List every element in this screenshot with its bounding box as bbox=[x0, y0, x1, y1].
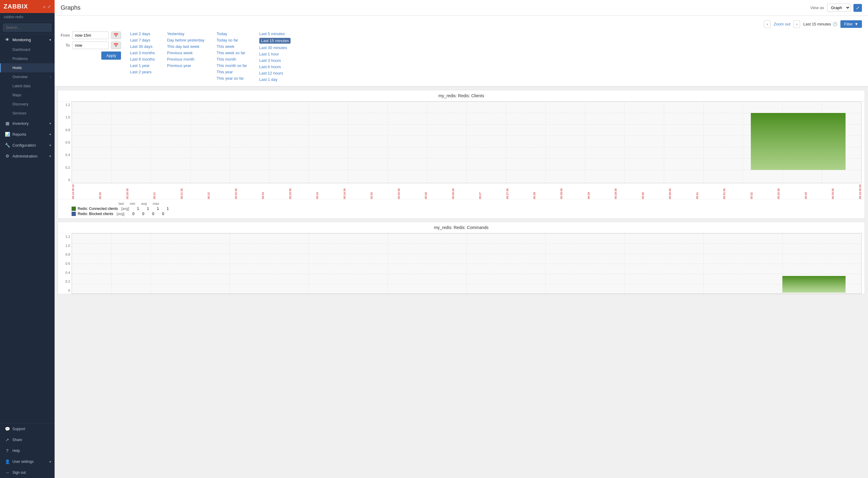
latest-data-label: Latest data bbox=[12, 84, 30, 88]
sidebar-item-share[interactable]: ↗ Share bbox=[0, 434, 55, 445]
quick-link-last30days[interactable]: Last 30 days bbox=[130, 44, 155, 49]
quick-link-previous-month[interactable]: Previous month bbox=[167, 57, 205, 62]
view-as-select[interactable]: Graph Values bbox=[827, 4, 850, 12]
quick-link-this-month-so-far[interactable]: This month so far bbox=[217, 63, 247, 68]
sidebar-item-overview[interactable]: Overview › bbox=[0, 72, 55, 81]
quick-links-col-4: Last 5 minutes Last 15 minutes Last 30 m… bbox=[259, 32, 291, 82]
quick-link-day-before-yesterday[interactable]: Day before yesterday bbox=[167, 38, 205, 42]
sidebar-item-hosts[interactable]: Hosts bbox=[0, 63, 55, 72]
quick-link-last12hours[interactable]: Last 12 hours bbox=[259, 71, 291, 75]
quick-link-last15min[interactable]: Last 15 minutes bbox=[259, 38, 291, 44]
x-label: 00:26:30 bbox=[452, 184, 455, 199]
sidebar-item-monitoring[interactable]: 👁 Monitoring ▾ bbox=[0, 34, 55, 45]
quick-link-last7days[interactable]: Last 7 days bbox=[130, 38, 155, 42]
quick-link-this-year-so-far[interactable]: This year so far bbox=[217, 76, 247, 80]
time-prev-button[interactable]: ‹ bbox=[764, 20, 771, 28]
x-label: 00:32 bbox=[750, 184, 753, 199]
sidebar-item-reports[interactable]: 📊 Reports ▾ bbox=[0, 129, 55, 140]
filter-button[interactable]: Filter ▼ bbox=[840, 20, 862, 28]
sidebar-item-problems[interactable]: Problems bbox=[0, 54, 55, 63]
quick-link-previous-year[interactable]: Previous year bbox=[167, 63, 205, 68]
time-next-button[interactable]: › bbox=[794, 20, 800, 28]
sidebar-item-sign-out[interactable]: → Sign out bbox=[0, 467, 55, 478]
quick-link-previous-week[interactable]: Previous week bbox=[167, 50, 205, 55]
quick-link-last6hours[interactable]: Last 6 hours bbox=[259, 65, 291, 69]
sidebar-item-latest-data[interactable]: Latest data bbox=[0, 81, 55, 91]
from-input[interactable] bbox=[72, 32, 108, 39]
quick-link-this-year[interactable]: This year bbox=[217, 70, 247, 74]
administration-arrow-icon: ▾ bbox=[50, 155, 51, 158]
quick-link-last30min[interactable]: Last 30 minutes bbox=[259, 45, 291, 50]
quick-link-last5min[interactable]: Last 5 minutes bbox=[259, 32, 291, 36]
chart-redis-clients: my_redis: Redis: Clients 0 0.2 0.4 0.6 0… bbox=[58, 90, 865, 219]
quick-link-last3hours[interactable]: Last 3 hours bbox=[259, 58, 291, 63]
last-period-text: Last 15 minutes bbox=[803, 22, 831, 26]
monitoring-icon: 👁 bbox=[5, 37, 10, 42]
legend-max-connected: 1 bbox=[167, 207, 169, 211]
to-input[interactable] bbox=[72, 41, 108, 49]
quick-link-last1hour[interactable]: Last 1 hour bbox=[259, 52, 291, 56]
y-label-10: 1.0 bbox=[61, 115, 70, 119]
sidebar-item-inventory[interactable]: ▦ Inventory ▾ bbox=[0, 118, 55, 129]
sidebar-item-user-settings[interactable]: 👤 User settings ▾ bbox=[0, 456, 55, 467]
quick-link-last3months[interactable]: Last 3 months bbox=[130, 50, 155, 55]
quick-link-this-day-last-week[interactable]: This day last week bbox=[167, 44, 205, 49]
y2-label-06: 0.6 bbox=[61, 262, 70, 265]
sidebar-item-support[interactable]: 💬 Support bbox=[0, 423, 55, 434]
x-label: 00:30 bbox=[642, 184, 645, 199]
quick-link-this-month[interactable]: This month bbox=[217, 57, 247, 62]
x-label: 00:27 bbox=[478, 184, 482, 199]
sidebar-item-administration[interactable]: ⚙ Administration ▾ bbox=[0, 150, 55, 162]
quick-link-last1day[interactable]: Last 1 day bbox=[259, 77, 291, 82]
quick-link-today-so-far[interactable]: Today so far bbox=[217, 38, 247, 42]
y-label-02: 0.2 bbox=[61, 166, 70, 169]
sidebar: ZABBIX « ⤢ zabbix-redis 👁 Monitoring ▾ D… bbox=[0, 0, 55, 478]
topbar-right: View as Graph Values ⤢ bbox=[810, 4, 862, 12]
last-period-display: Last 15 minutes 🕐 bbox=[803, 22, 837, 26]
search-input[interactable] bbox=[3, 24, 52, 32]
chart-svg-commands bbox=[71, 233, 862, 294]
sidebar-item-monitoring-label: Monitoring bbox=[12, 38, 31, 42]
filter-icon: ▼ bbox=[854, 22, 858, 26]
administration-label: Administration bbox=[12, 154, 37, 159]
monitoring-arrow-icon: ▾ bbox=[50, 38, 51, 41]
configuration-icon: 🔧 bbox=[5, 143, 10, 147]
legend-color-blocked bbox=[71, 212, 76, 216]
sidebar-item-discovery[interactable]: Discovery bbox=[0, 100, 55, 109]
x-label: 00:30:30 bbox=[669, 184, 672, 199]
sidebar-item-configuration[interactable]: 🔧 Configuration ▾ bbox=[0, 140, 55, 150]
quick-links-section: Last 2 days Last 7 days Last 30 days Las… bbox=[130, 32, 862, 82]
reports-icon: 📊 bbox=[5, 132, 10, 137]
quick-link-today[interactable]: Today bbox=[217, 32, 247, 36]
quick-link-this-week[interactable]: This week bbox=[217, 44, 247, 49]
quick-link-last2days[interactable]: Last 2 days bbox=[130, 32, 155, 36]
sidebar-item-services[interactable]: Services bbox=[0, 109, 55, 118]
quick-links-col-1: Last 2 days Last 7 days Last 30 days Las… bbox=[130, 32, 155, 82]
quick-link-last1year[interactable]: Last 1 year bbox=[130, 63, 155, 68]
quick-link-this-week-so-far[interactable]: This week so far bbox=[217, 50, 247, 55]
inventory-icon: ▦ bbox=[5, 121, 10, 126]
apply-button[interactable]: Apply bbox=[101, 52, 121, 60]
quick-link-yesterday[interactable]: Yesterday bbox=[167, 32, 205, 36]
quick-link-last2years[interactable]: Last 2 years bbox=[130, 70, 155, 74]
y-label-0: 0 bbox=[61, 178, 70, 182]
topbar: Graphs View as Graph Values ⤢ bbox=[55, 0, 868, 16]
chart-redis-clients-title: my_redis: Redis: Clients bbox=[58, 90, 865, 101]
quick-links-col-3: Today Today so far This week This week s… bbox=[217, 32, 247, 82]
sidebar-item-help[interactable]: ? Help bbox=[0, 445, 55, 456]
time-nav-row: ‹ Zoom out › Last 15 minutes 🕐 Filter ▼ bbox=[61, 20, 862, 28]
sidebar-item-maps[interactable]: Maps bbox=[0, 91, 55, 100]
quick-link-last6months[interactable]: Last 6 months bbox=[130, 57, 155, 62]
x-label: 00:24:30 bbox=[343, 184, 346, 199]
from-calendar-button[interactable]: 📅 bbox=[111, 32, 121, 39]
overview-label: Overview bbox=[12, 75, 28, 79]
sidebar-expand-button[interactable]: ⤢ bbox=[47, 4, 51, 9]
fullscreen-button[interactable]: ⤢ bbox=[854, 4, 862, 12]
to-calendar-button[interactable]: 📅 bbox=[111, 41, 121, 49]
sidebar-item-dashboard[interactable]: Dashboard bbox=[0, 45, 55, 54]
legend-avg-blocked: 0 bbox=[152, 212, 154, 216]
sidebar-collapse-button[interactable]: « bbox=[43, 4, 45, 9]
x-label: 00:33:30 bbox=[831, 184, 834, 199]
zoom-out-button[interactable]: Zoom out bbox=[774, 22, 790, 26]
share-label: Share bbox=[12, 438, 22, 442]
